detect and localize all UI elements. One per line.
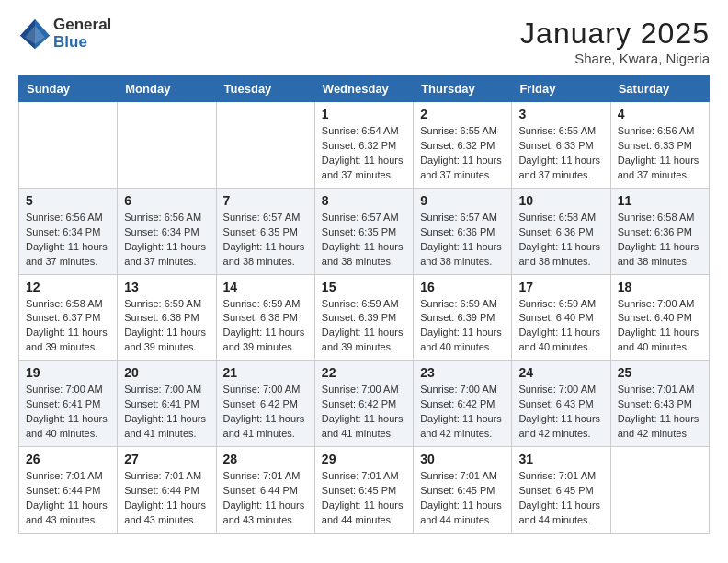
day-number: 5 [26, 193, 110, 208]
logo-blue: Blue [53, 34, 111, 52]
day-cell: 4Sunrise: 6:56 AM Sunset: 6:33 PM Daylig… [610, 102, 709, 189]
day-number: 7 [223, 193, 308, 208]
logo: General Blue [18, 17, 111, 51]
day-info: Sunrise: 6:59 AM Sunset: 6:40 PM Dayligh… [518, 297, 603, 356]
day-info: Sunrise: 7:00 AM Sunset: 6:41 PM Dayligh… [26, 383, 110, 442]
day-number: 17 [518, 280, 603, 294]
day-info: Sunrise: 7:00 AM Sunset: 6:40 PM Dayligh… [618, 297, 702, 356]
col-header-sunday: Sunday [19, 76, 118, 102]
col-header-saturday: Saturday [610, 76, 709, 102]
day-info: Sunrise: 6:59 AM Sunset: 6:39 PM Dayligh… [322, 297, 406, 356]
day-cell: 26Sunrise: 7:01 AM Sunset: 6:44 PM Dayli… [19, 447, 118, 534]
week-row-1: 1Sunrise: 6:54 AM Sunset: 6:32 PM Daylig… [19, 102, 710, 189]
day-number: 25 [618, 365, 702, 380]
col-header-friday: Friday [512, 76, 610, 102]
day-number: 4 [618, 107, 702, 121]
day-cell: 24Sunrise: 7:00 AM Sunset: 6:43 PM Dayli… [512, 361, 610, 447]
logo-icon [18, 17, 51, 51]
day-info: Sunrise: 6:55 AM Sunset: 6:33 PM Dayligh… [518, 124, 603, 183]
day-info: Sunrise: 7:01 AM Sunset: 6:44 PM Dayligh… [124, 469, 209, 528]
day-number: 19 [26, 365, 110, 380]
day-info: Sunrise: 6:57 AM Sunset: 6:35 PM Dayligh… [322, 211, 406, 270]
day-number: 31 [518, 452, 603, 466]
month-title: January 2025 [520, 17, 710, 51]
day-info: Sunrise: 7:01 AM Sunset: 6:44 PM Dayligh… [26, 469, 110, 528]
day-info: Sunrise: 6:58 AM Sunset: 6:36 PM Dayligh… [518, 211, 603, 270]
day-number: 2 [420, 107, 505, 121]
day-cell: 11Sunrise: 6:58 AM Sunset: 6:36 PM Dayli… [610, 188, 709, 274]
logo-general: General [53, 17, 111, 34]
day-cell: 9Sunrise: 6:57 AM Sunset: 6:36 PM Daylig… [414, 188, 512, 274]
day-cell: 6Sunrise: 6:56 AM Sunset: 6:34 PM Daylig… [118, 188, 216, 274]
day-number: 6 [124, 193, 209, 208]
day-number: 29 [322, 452, 406, 466]
day-info: Sunrise: 7:00 AM Sunset: 6:42 PM Dayligh… [223, 383, 308, 442]
day-number: 8 [322, 193, 406, 208]
day-number: 21 [223, 365, 308, 380]
day-cell: 1Sunrise: 6:54 AM Sunset: 6:32 PM Daylig… [314, 102, 413, 189]
day-info: Sunrise: 6:59 AM Sunset: 6:39 PM Dayligh… [420, 297, 505, 356]
day-info: Sunrise: 6:59 AM Sunset: 6:38 PM Dayligh… [124, 297, 209, 356]
day-number: 12 [26, 280, 110, 294]
day-cell: 5Sunrise: 6:56 AM Sunset: 6:34 PM Daylig… [19, 188, 118, 274]
day-number: 22 [322, 365, 406, 380]
location: Share, Kwara, Nigeria [520, 51, 710, 66]
day-info: Sunrise: 6:57 AM Sunset: 6:36 PM Dayligh… [420, 211, 505, 270]
day-cell: 27Sunrise: 7:01 AM Sunset: 6:44 PM Dayli… [118, 447, 216, 534]
day-cell: 13Sunrise: 6:59 AM Sunset: 6:38 PM Dayli… [118, 274, 216, 361]
day-cell: 25Sunrise: 7:01 AM Sunset: 6:43 PM Dayli… [610, 361, 709, 447]
day-number: 28 [223, 452, 308, 466]
col-header-wednesday: Wednesday [314, 76, 413, 102]
day-cell: 14Sunrise: 6:59 AM Sunset: 6:38 PM Dayli… [216, 274, 314, 361]
day-cell [216, 102, 314, 189]
week-row-2: 5Sunrise: 6:56 AM Sunset: 6:34 PM Daylig… [19, 188, 710, 274]
day-number: 1 [322, 107, 406, 121]
day-cell [118, 102, 216, 189]
day-number: 3 [518, 107, 603, 121]
day-cell: 3Sunrise: 6:55 AM Sunset: 6:33 PM Daylig… [512, 102, 610, 189]
day-cell: 19Sunrise: 7:00 AM Sunset: 6:41 PM Dayli… [19, 361, 118, 447]
day-cell: 15Sunrise: 6:59 AM Sunset: 6:39 PM Dayli… [314, 274, 413, 361]
day-cell: 31Sunrise: 7:01 AM Sunset: 6:45 PM Dayli… [512, 447, 610, 534]
day-cell: 21Sunrise: 7:00 AM Sunset: 6:42 PM Dayli… [216, 361, 314, 447]
col-header-tuesday: Tuesday [216, 76, 314, 102]
day-number: 10 [518, 193, 603, 208]
day-info: Sunrise: 6:58 AM Sunset: 6:36 PM Dayligh… [618, 211, 702, 270]
day-number: 14 [223, 280, 308, 294]
day-info: Sunrise: 7:01 AM Sunset: 6:45 PM Dayligh… [322, 469, 406, 528]
day-info: Sunrise: 7:00 AM Sunset: 6:41 PM Dayligh… [124, 383, 209, 442]
day-info: Sunrise: 6:55 AM Sunset: 6:32 PM Dayligh… [420, 124, 505, 183]
day-number: 13 [124, 280, 209, 294]
day-info: Sunrise: 6:57 AM Sunset: 6:35 PM Dayligh… [223, 211, 308, 270]
week-row-4: 19Sunrise: 7:00 AM Sunset: 6:41 PM Dayli… [19, 361, 710, 447]
day-cell: 12Sunrise: 6:58 AM Sunset: 6:37 PM Dayli… [19, 274, 118, 361]
day-number: 26 [26, 452, 110, 466]
day-cell: 20Sunrise: 7:00 AM Sunset: 6:41 PM Dayli… [118, 361, 216, 447]
col-header-thursday: Thursday [414, 76, 512, 102]
week-row-5: 26Sunrise: 7:01 AM Sunset: 6:44 PM Dayli… [19, 447, 710, 534]
day-number: 18 [618, 280, 702, 294]
week-row-3: 12Sunrise: 6:58 AM Sunset: 6:37 PM Dayli… [19, 274, 710, 361]
day-info: Sunrise: 6:56 AM Sunset: 6:33 PM Dayligh… [618, 124, 702, 183]
day-info: Sunrise: 7:01 AM Sunset: 6:45 PM Dayligh… [420, 469, 505, 528]
day-cell: 29Sunrise: 7:01 AM Sunset: 6:45 PM Dayli… [314, 447, 413, 534]
day-info: Sunrise: 6:58 AM Sunset: 6:37 PM Dayligh… [26, 297, 110, 356]
day-info: Sunrise: 7:01 AM Sunset: 6:45 PM Dayligh… [518, 469, 603, 528]
day-cell [610, 447, 709, 534]
day-info: Sunrise: 6:56 AM Sunset: 6:34 PM Dayligh… [26, 211, 110, 270]
day-cell: 16Sunrise: 6:59 AM Sunset: 6:39 PM Dayli… [414, 274, 512, 361]
day-info: Sunrise: 6:56 AM Sunset: 6:34 PM Dayligh… [124, 211, 209, 270]
day-number: 11 [618, 193, 702, 208]
day-number: 24 [518, 365, 603, 380]
col-header-monday: Monday [118, 76, 216, 102]
page: General Blue January 2025 Share, Kwara, … [0, 0, 728, 563]
header-row: SundayMondayTuesdayWednesdayThursdayFrid… [19, 76, 710, 102]
title-block: January 2025 Share, Kwara, Nigeria [520, 17, 710, 66]
day-info: Sunrise: 6:59 AM Sunset: 6:38 PM Dayligh… [223, 297, 308, 356]
day-cell [19, 102, 118, 189]
day-number: 9 [420, 193, 505, 208]
day-info: Sunrise: 7:00 AM Sunset: 6:42 PM Dayligh… [322, 383, 406, 442]
day-info: Sunrise: 7:01 AM Sunset: 6:43 PM Dayligh… [618, 383, 702, 442]
day-info: Sunrise: 7:00 AM Sunset: 6:42 PM Dayligh… [420, 383, 505, 442]
day-cell: 30Sunrise: 7:01 AM Sunset: 6:45 PM Dayli… [414, 447, 512, 534]
